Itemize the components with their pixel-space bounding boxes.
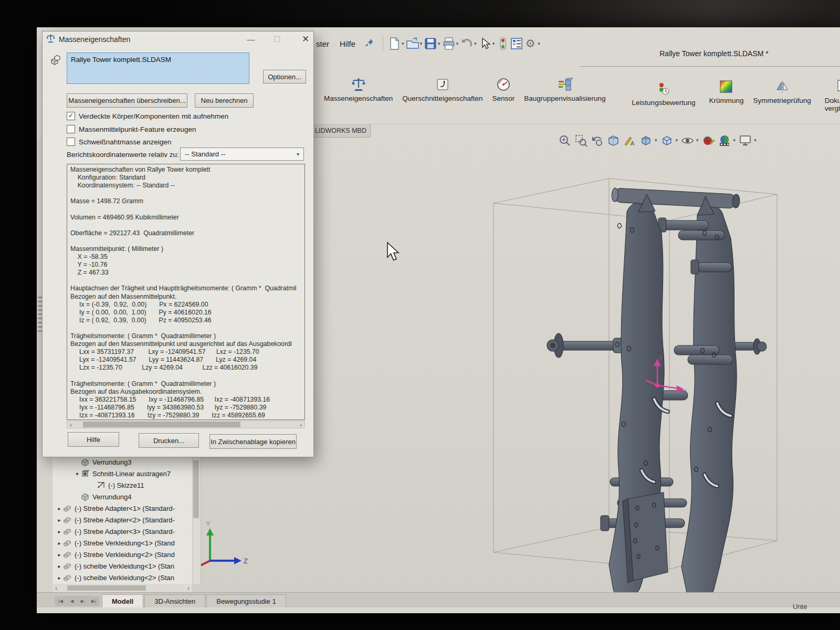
ribbon-item-sensor[interactable]: Sensor [492, 76, 514, 102]
minimize-icon[interactable]: — [243, 34, 259, 45]
scroll-left-arrow[interactable]: ‹ [67, 422, 75, 428]
dropdown-caret[interactable]: ▾ [402, 41, 404, 46]
apply-scene-icon[interactable] [718, 134, 731, 147]
ribbon-item-assembly-visualization[interactable]: Baugruppenvisualisierung [524, 76, 605, 102]
recalculate-button[interactable]: Neu berechnen [195, 93, 254, 108]
dropdown-caret[interactable]: ▾ [474, 41, 477, 46]
scrollbar-thumb[interactable] [193, 460, 199, 518]
tab-modell[interactable]: Modell [102, 594, 143, 607]
tree-item[interactable]: ▸(-) scheibe Verkleidung<2> (Stan▾ [52, 572, 201, 583]
dropdown-caret[interactable]: ▾ [538, 41, 540, 46]
print-button[interactable]: Drucken... [139, 433, 199, 448]
ribbon-item-curvature[interactable]: Krümmung [709, 78, 743, 104]
display-style-icon[interactable] [660, 134, 674, 147]
save-icon[interactable] [424, 37, 437, 50]
tree-item[interactable]: Verrundung4 [52, 491, 201, 502]
tab-solidworks-mbd[interactable]: LIDWORKS MBD [311, 124, 371, 138]
tree-item[interactable]: ▸(-) Strebe Adapter<1> (Standard- [52, 502, 201, 514]
checkbox-box[interactable]: ✓ [67, 112, 75, 120]
view-settings-icon[interactable] [739, 134, 752, 147]
checkbox-box[interactable] [67, 125, 75, 133]
edit-appearance-icon[interactable] [702, 134, 715, 147]
tab-3d-ansichten[interactable]: 3D-Ansichten [144, 594, 205, 607]
open-icon[interactable] [406, 37, 419, 50]
tree-expander-icon[interactable]: ▸ [56, 506, 63, 511]
pin-icon[interactable] [365, 38, 374, 49]
undo-icon[interactable] [460, 37, 474, 50]
section-view-icon[interactable] [607, 134, 620, 147]
checkbox-include-hidden[interactable]: ✓ Verdeckte Körper/Komponenten mit aufne… [67, 111, 228, 121]
dropdown-caret[interactable]: ▾ [438, 41, 440, 46]
dropdown-caret[interactable]: ▾ [655, 138, 657, 143]
tree-item[interactable]: ▸(-) Strebe Verkleidung<2> (Stand [52, 549, 201, 560]
performance-traffic-light-icon[interactable] [496, 37, 510, 50]
tree-expander-icon[interactable]: ▾ [74, 471, 81, 477]
dropdown-caret[interactable]: ▾ [754, 138, 757, 143]
tree-item[interactable]: Verrundung3 [52, 456, 201, 468]
scrollbar-thumb[interactable] [67, 585, 146, 591]
previous-view-icon[interactable] [591, 134, 604, 147]
view-orientation-icon[interactable] [639, 134, 653, 147]
ribbon-item-mass-properties[interactable]: Masseneigenschaften [324, 76, 393, 102]
tree-vertical-scrollbar[interactable] [192, 456, 200, 584]
ribbon-item-symmetry-check[interactable]: Symmetrieprüfung [753, 78, 811, 104]
panel-splitter[interactable] [38, 295, 42, 332]
tab-scroll-buttons[interactable]: |◀ ◀ ▶ ▶| [55, 596, 100, 606]
dropdown-caret[interactable]: ▾ [420, 41, 423, 46]
zoom-area-icon[interactable] [574, 134, 587, 147]
properties-list-icon[interactable] [510, 37, 523, 50]
checkbox-create-com-feature[interactable]: Massenmittelpunkt-Feature erzeugen [67, 124, 196, 134]
tree-item[interactable]: ▸(-) Strebe Adapter<3> (Standard- [52, 526, 201, 537]
tree-expander-icon[interactable]: ▸ [56, 563, 63, 569]
scroll-right-arrow[interactable]: › [185, 585, 192, 591]
copy-to-clipboard-button[interactable]: In Zwischenablage kopieren [209, 434, 297, 449]
results-horizontal-scrollbar[interactable]: ‹ › [67, 421, 305, 428]
dropdown-caret[interactable]: ▾ [492, 41, 495, 46]
close-icon[interactable]: ✕ [298, 34, 313, 45]
help-button[interactable]: Hilfe [68, 432, 119, 447]
mass-results[interactable]: Masseneigenschaften von Rallye Tower kom… [67, 164, 305, 420]
scroll-right-arrow[interactable]: › [297, 422, 304, 428]
tree-expander-icon[interactable]: ▸ [56, 517, 63, 523]
tab-next-icon[interactable]: ▶ [81, 598, 85, 604]
tab-last-icon[interactable]: ▶| [91, 598, 96, 604]
tree-item[interactable]: ▸(-) scheibe Verkleidung<1> (Stan [52, 560, 201, 572]
tree-item[interactable]: ▾Schnitt-Linear austragen7 [52, 468, 201, 479]
dropdown-caret[interactable]: ▾ [456, 41, 459, 46]
ribbon-item-compare-documents[interactable]: =? Dokumente vergleichen [825, 78, 840, 112]
tree-item[interactable]: ▸(-) Strebe Adapter<2> (Standard- [52, 514, 201, 526]
dropdown-caret[interactable]: ▾ [676, 138, 678, 143]
hide-show-items-icon[interactable] [681, 134, 694, 147]
menu-item-fenster[interactable]: ster [311, 37, 334, 50]
ribbon-item-section-properties[interactable]: Querschnitteigenschaften [402, 76, 482, 102]
dropdown-caret[interactable]: ▾ [733, 138, 736, 143]
tree-expander-icon[interactable]: ▸ [56, 540, 63, 546]
annotation-icon[interactable]: A [623, 134, 636, 147]
tree-expander-icon[interactable]: ▸ [56, 552, 63, 558]
coordinate-system-dropdown[interactable]: -- Standard -- ▾ [180, 148, 304, 161]
tab-prev-icon[interactable]: ◀ [70, 598, 74, 604]
options-button[interactable]: Optionen... [263, 70, 306, 83]
checkbox-box[interactable] [67, 138, 75, 146]
scroll-left-arrow[interactable]: ‹ [52, 585, 60, 591]
tab-bewegungsstudie-1[interactable]: Bewegungsstudie 1 [206, 594, 286, 607]
new-document-icon[interactable] [387, 37, 401, 50]
tree-item[interactable]: (-) Skizze11 [52, 479, 201, 491]
selected-document-field[interactable]: Rallye Tower komplett.SLDASM [67, 52, 249, 84]
tree-item[interactable]: ▸(-) Strebe Verkleidung<1> (Stand [52, 537, 201, 549]
tab-first-icon[interactable]: |◀ [58, 598, 63, 604]
scrollbar-thumb[interactable] [83, 422, 240, 427]
dropdown-caret[interactable]: ▾ [696, 138, 699, 143]
print-icon[interactable] [442, 37, 456, 50]
tree-horizontal-scrollbar[interactable]: ‹ › [52, 584, 192, 592]
zoom-fit-icon[interactable] [558, 134, 571, 147]
options-gear-icon[interactable]: ⚙ [523, 37, 537, 50]
maximize-icon[interactable]: ☐ [269, 34, 285, 45]
ribbon-item-performance-evaluation[interactable]: Leistungsbewertung [632, 80, 696, 107]
menu-item-hilfe[interactable]: Hilfe [334, 37, 361, 50]
override-mass-properties-button[interactable]: Masseneigenschaften überschreiben... [67, 93, 187, 108]
tree-expander-icon[interactable]: ▸ [56, 529, 63, 534]
tree-expander-icon[interactable]: ▸ [56, 575, 63, 581]
select-cursor-icon[interactable] [478, 37, 492, 50]
checkbox-show-weld-mass[interactable]: Schweißnahtmasse anzeigen [67, 136, 171, 147]
